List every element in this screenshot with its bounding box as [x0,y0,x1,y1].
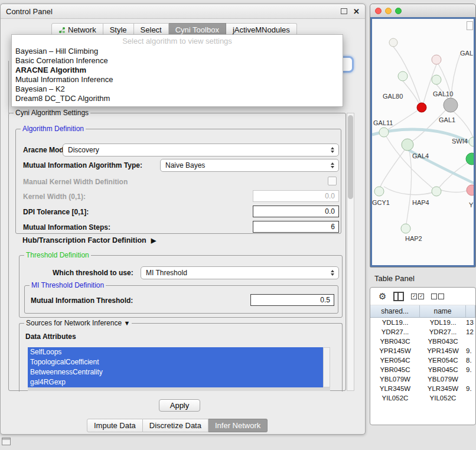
mi-steps-field[interactable]: 6 [253,221,339,233]
scrollbar-thumb[interactable] [348,115,353,199]
network-node[interactable] [402,139,413,151]
table-row[interactable]: YDR27...YDR27...12 [370,327,475,337]
dropdown-item[interactable]: Bayesian – Hill Climbing [12,47,343,56]
mi-type-value: Naive Bayes [165,161,331,169]
minimize-button[interactable] [385,8,392,14]
threshold-definition-group: Threshold Definition Which threshold to … [19,255,343,318]
attributes-list-horizontal-scrollbar[interactable] [28,387,330,391]
algorithm-definition-title: Algorithm Definition [21,125,86,133]
deselect-all-columns-icon[interactable] [431,294,444,299]
cell: YBR043C [370,337,420,346]
table-row[interactable]: YIL052CYIL052C [370,393,475,403]
attribute-item-selected[interactable]: TopologicalCoefficient [28,357,323,367]
network-node[interactable] [432,187,441,196]
cell: 12 [466,327,475,337]
unchecked-box-icon [438,294,444,299]
dpi-tolerance-field[interactable]: 0.0 [253,206,339,217]
zoom-button[interactable] [395,8,402,14]
network-node[interactable] [467,185,475,195]
desktop: { "titlebar": { "title": "Control Panel"… [0,0,476,450]
network-edge[interactable] [454,112,473,138]
attribute-item-selected[interactable]: SelfLoops [28,347,323,357]
expanded-arrow-icon[interactable]: ▼ [123,319,130,327]
dropdown-item[interactable]: Dream8 DC_TDC Algorithm [12,94,343,103]
dropdown-item-selected[interactable]: ARACNE Algorithm [12,66,343,75]
network-node[interactable] [389,38,397,47]
network-node[interactable] [466,153,475,165]
network-node[interactable] [444,98,458,112]
network-node[interactable] [401,224,410,233]
table-row[interactable]: YBL079WYBL079W [370,374,475,384]
close-button[interactable] [375,8,382,14]
kernel-width-value: 0.0 [325,192,335,200]
tab-label: Impute Data [94,421,136,430]
apply-button[interactable]: Apply [159,399,200,412]
network-canvas[interactable]: GAL80GAL10GAL11GAL1SWI4GAL4GCY1HAP4HAP2G… [370,17,475,267]
data-attributes-label: Data Attributes [25,332,76,341]
dropdown-item[interactable]: Bayesian – K2 [12,84,343,94]
float-window-icon[interactable] [341,8,347,14]
table-row[interactable]: YPR145WYPR145W9. [370,346,475,356]
cell [466,337,475,346]
dropdown-placeholder: Select algorithm to view settings [12,36,343,47]
network-edge[interactable] [380,150,405,187]
network-icon [58,27,66,34]
attribute-item-selected[interactable]: gal4RGexp [28,377,323,387]
network-node[interactable] [398,71,407,81]
column-header-name[interactable]: name [420,305,466,317]
restore-panel-icon[interactable] [2,438,11,445]
network-node[interactable] [432,55,441,64]
network-node[interactable] [374,187,384,196]
mi-threshold-value: 0.5 [320,296,330,304]
which-threshold-value: MI Threshold [146,269,331,277]
tab-infer-network[interactable]: Infer Network [208,419,268,432]
table-settings-gear-icon[interactable]: ⚙ [379,291,386,302]
mi-algorithm-type-select[interactable]: Naive Bayes [160,159,339,172]
column-header-cut[interactable] [466,305,475,317]
hub-definition-toggle[interactable]: Hub/Transcription Factor Definition ▶ [22,236,156,244]
manual-kernel-checkbox[interactable] [328,177,337,185]
table-panel-title: Table Panel [374,274,415,283]
which-threshold-select[interactable]: MI Threshold [141,266,339,279]
network-edge[interactable] [406,151,412,224]
network-edge[interactable] [441,190,467,193]
show-columns-icon[interactable] [393,292,404,301]
mi-threshold-field[interactable]: 0.5 [250,294,334,306]
network-scrollbar-thumb[interactable] [467,21,473,30]
table-row[interactable]: YDL19...YDL19...13 [370,318,475,327]
network-graph[interactable]: GAL80GAL10GAL11GAL1SWI4GAL4GCY1HAP4HAP2G… [372,19,475,267]
checked-box-icon: ✓ [411,294,417,299]
dropdown-item[interactable]: Basic Correlation Inference [12,56,343,66]
cell: 13 [466,318,475,327]
table-row[interactable]: YBR045CYBR045C9. [370,365,475,374]
tab-impute-data[interactable]: Impute Data [87,419,143,432]
settings-scrollbar[interactable] [347,113,354,391]
data-attributes-list[interactable]: SelfLoops TopologicalCoefficient Between… [28,347,323,387]
network-edge[interactable] [412,109,446,141]
kernel-width-field[interactable]: 0.0 [253,190,339,202]
threshold-definition-title: Threshold Definition [24,251,91,259]
node-label: GAL1 [439,116,455,123]
table-row[interactable]: YER054CYER054C8. [370,356,475,365]
column-header-shared-name[interactable]: shared... [370,305,420,317]
network-node[interactable] [469,137,475,146]
cell: YPR145W [420,346,466,356]
aracne-mode-select[interactable]: Discovery [63,144,339,156]
attributes-list-scrollbar[interactable] [323,347,330,387]
tab-discretize-data[interactable]: Discretize Data [143,419,208,432]
network-node[interactable] [379,128,389,137]
control-panel-titlebar: Control Panel ✕ [1,4,365,19]
select-all-columns-icon[interactable]: ✓ ✓ [411,294,424,299]
attribute-item-selected[interactable]: BetweennessCentrality [28,367,323,377]
network-node[interactable] [417,103,426,112]
table-panel-window: ⚙ ✓ ✓ shared... name YDL19...YDL19...13 … [370,287,476,425]
cyni-algorithm-settings-group: Cyni Algorithm Settings Algorithm Defini… [8,113,346,391]
network-edge[interactable] [439,162,468,188]
network-edge[interactable] [384,187,432,195]
close-window-icon[interactable]: ✕ [353,7,360,16]
table-row[interactable]: YLR345WYLR345W9. [370,384,475,393]
network-node[interactable] [432,75,441,84]
tab-label: Discretize Data [149,421,201,430]
table-row[interactable]: YBR043CYBR043C [370,337,475,346]
dropdown-item[interactable]: Mutual Information Inference [12,75,343,84]
